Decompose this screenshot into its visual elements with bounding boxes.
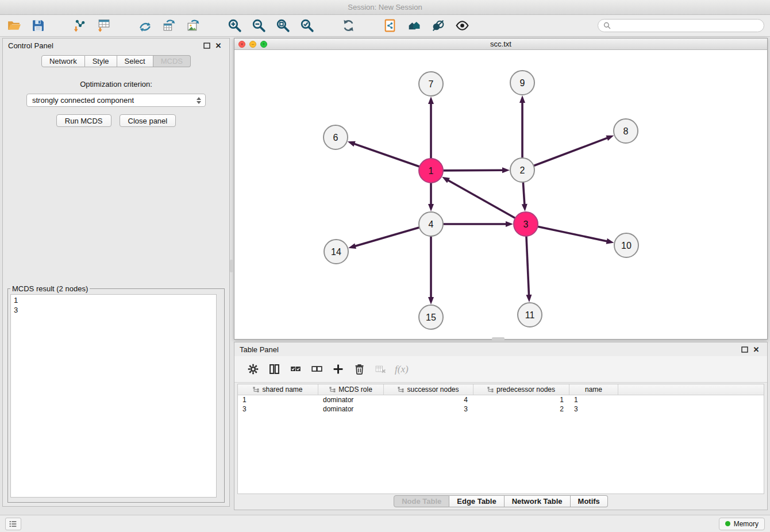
- annotation-icon: [383, 18, 397, 33]
- table-row[interactable]: 1 dominator 4 1 1: [238, 395, 764, 404]
- zoom-out-icon: [252, 18, 266, 33]
- gear-icon: [247, 363, 259, 375]
- result-line: 1: [14, 295, 213, 305]
- select-all-button[interactable]: [288, 363, 302, 376]
- table-settings-button[interactable]: [246, 363, 260, 376]
- import-network-button[interactable]: [71, 18, 87, 34]
- maximize-window-button[interactable]: +: [260, 41, 267, 48]
- style-icon: [431, 18, 445, 33]
- delete-column-button[interactable]: [352, 363, 366, 376]
- column-type-icon: [487, 387, 494, 393]
- table-cell[interactable]: 1: [569, 395, 618, 404]
- tab-node-table[interactable]: Node Table: [394, 495, 449, 507]
- apply-layout-button[interactable]: [137, 18, 153, 34]
- task-history-button[interactable]: [5, 518, 21, 530]
- export-image-button[interactable]: [185, 18, 201, 34]
- float-panel-icon[interactable]: [201, 40, 213, 51]
- graph-edge-arrow: [506, 221, 513, 227]
- export-image-icon: [186, 18, 201, 33]
- tab-select[interactable]: Select: [117, 55, 153, 67]
- mcds-result-list[interactable]: 1 3: [10, 294, 217, 498]
- tab-mcds[interactable]: MCDS: [153, 55, 191, 67]
- table-cell[interactable]: 4: [384, 395, 473, 404]
- open-session-button[interactable]: [6, 18, 22, 34]
- column-header-mcds-role[interactable]: MCDS role: [318, 384, 384, 395]
- close-panel-button[interactable]: Close panel: [120, 114, 176, 127]
- horizontal-splitter-handle[interactable]: [492, 337, 505, 341]
- control-panel-tabs: Network Style Select MCDS: [3, 55, 229, 67]
- import-table-button[interactable]: [95, 18, 111, 34]
- table-row[interactable]: 3 dominator 3 2 3: [238, 404, 764, 414]
- table-cell[interactable]: dominator: [318, 395, 384, 404]
- delete-table-button[interactable]: [374, 363, 387, 376]
- delete-table-icon: [375, 363, 387, 375]
- home-button[interactable]: [406, 18, 422, 34]
- save-icon: [31, 18, 45, 33]
- graph-node-label-4: 4: [429, 219, 434, 229]
- graph-node-label-10: 10: [621, 241, 632, 250]
- float-table-panel-icon[interactable]: [739, 344, 750, 354]
- column-header-successor-nodes[interactable]: successor nodes: [384, 384, 473, 395]
- save-session-button[interactable]: [30, 18, 46, 34]
- graph-node-label-15: 15: [426, 313, 436, 322]
- trash-icon: [353, 363, 365, 375]
- network-graph-canvas[interactable]: 7968124314101511: [234, 50, 767, 338]
- column-header-name[interactable]: name: [569, 384, 618, 395]
- optimization-dropdown[interactable]: strongly connected component: [26, 94, 206, 107]
- zoom-fit-button[interactable]: [275, 18, 291, 34]
- table-cell[interactable]: 1: [473, 395, 569, 404]
- toggle-visibility-button[interactable]: [454, 18, 470, 34]
- show-columns-button[interactable]: [267, 363, 281, 376]
- tab-motifs[interactable]: Motifs: [571, 495, 608, 507]
- table-cell[interactable]: 2: [473, 404, 569, 414]
- graph-edge-arrow: [428, 297, 434, 304]
- run-mcds-button[interactable]: Run MCDS: [56, 114, 111, 127]
- table-cell[interactable]: 3: [384, 404, 473, 414]
- vertical-splitter-handle[interactable]: [230, 260, 233, 272]
- add-column-button[interactable]: [331, 363, 345, 376]
- graph-node-label-7: 7: [429, 79, 434, 89]
- table-cell[interactable]: 3: [238, 404, 318, 414]
- close-table-panel-icon[interactable]: ✕: [750, 344, 762, 354]
- tab-style[interactable]: Style: [85, 55, 117, 67]
- table-cell[interactable]: 3: [569, 404, 618, 414]
- close-panel-icon[interactable]: ✕: [213, 40, 224, 51]
- style-button[interactable]: [430, 18, 446, 34]
- memory-button[interactable]: Memory: [719, 518, 765, 530]
- graph-node-label-2: 2: [520, 165, 525, 175]
- function-builder-button[interactable]: f(x): [395, 363, 409, 376]
- tab-network[interactable]: Network: [41, 55, 85, 67]
- search-input[interactable]: [614, 22, 759, 30]
- export-table-button[interactable]: [161, 18, 177, 34]
- graph-node-label-11: 11: [525, 310, 535, 320]
- minimize-window-button[interactable]: −: [249, 41, 256, 48]
- tab-network-table[interactable]: Network Table: [505, 495, 571, 507]
- graph-edge-arrow: [428, 97, 434, 104]
- table-cell[interactable]: dominator: [318, 404, 384, 414]
- deselect-all-button[interactable]: [310, 363, 324, 376]
- refresh-view-button[interactable]: [340, 18, 356, 34]
- graph-edge-arrow: [348, 243, 356, 249]
- table-toolbar: f(x): [234, 356, 767, 383]
- zoom-selected-button[interactable]: [299, 18, 315, 34]
- window-title: Session: New Session: [348, 3, 422, 11]
- annotations-button[interactable]: [382, 18, 398, 34]
- deselect-all-icon: [311, 363, 323, 375]
- zoom-in-button[interactable]: [226, 18, 242, 34]
- search-box[interactable]: [598, 19, 764, 32]
- zoom-out-button[interactable]: [251, 18, 267, 34]
- graph-node-label-9: 9: [520, 78, 525, 88]
- close-window-button[interactable]: ×: [238, 41, 245, 48]
- column-header-shared-name[interactable]: shared name: [238, 384, 318, 395]
- table-panel-title: Table Panel: [240, 345, 279, 354]
- tab-edge-table[interactable]: Edge Table: [449, 495, 504, 507]
- column-header-predecessor-nodes[interactable]: predecessor nodes: [473, 384, 569, 395]
- column-type-icon: [253, 387, 259, 393]
- graph-edge-2-8[interactable]: [522, 138, 608, 170]
- table-header-row: shared name MCDS role successor nodes pr…: [238, 384, 764, 395]
- table-cell[interactable]: 1: [238, 395, 318, 404]
- layout-arrows-icon: [138, 18, 152, 33]
- graph-node-label-8: 8: [623, 126, 629, 136]
- graph-edge-3-1[interactable]: [448, 180, 526, 224]
- network-window: × − + scc.txt 7968124314101511: [234, 38, 768, 340]
